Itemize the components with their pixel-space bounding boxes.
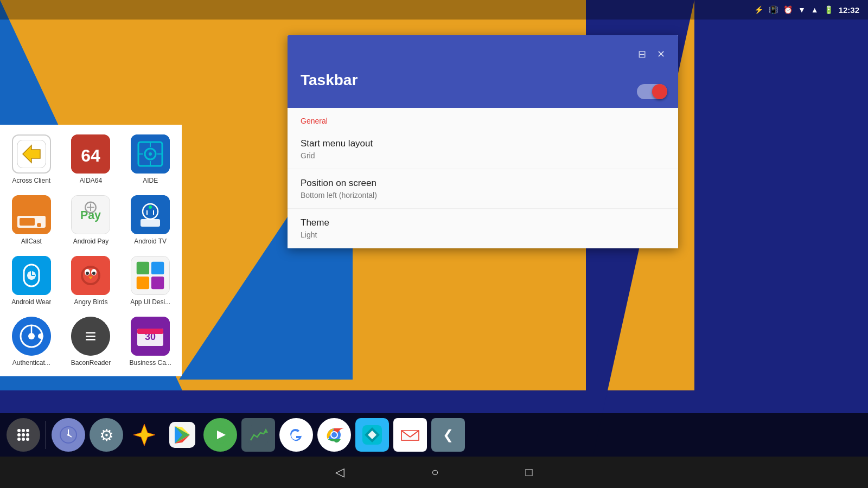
setting-subtitle-start-menu: Grid <box>301 151 665 160</box>
app-icon-auth <box>12 317 51 356</box>
app-label-angry-birds: Angry Birds <box>74 298 107 306</box>
app-icon-baconreader: ≡ <box>71 317 110 356</box>
setting-start-menu-layout[interactable]: Start menu layout Grid <box>288 130 678 169</box>
dock-divider-1 <box>46 421 46 449</box>
app-label-android-pay: Android Pay <box>73 237 108 245</box>
svg-marker-70 <box>133 424 155 446</box>
svg-point-61 <box>26 433 29 436</box>
taskbar-panel: Taskbar ⊟ ✕ General Start menu layout Gr… <box>288 35 678 248</box>
svg-rect-42 <box>151 262 164 274</box>
app-item-auth[interactable]: Authenticat... <box>3 312 60 371</box>
bluetooth-icon: ⚡ <box>754 5 763 14</box>
nav-back[interactable]: ◁ <box>335 465 344 479</box>
taskbar-toggle[interactable] <box>637 84 667 99</box>
wifi-icon: ▼ <box>798 5 806 14</box>
battery-icon: 🔋 <box>824 5 833 14</box>
app-item-aida64[interactable]: 64 AIDA64 <box>62 130 120 189</box>
dock-skitch[interactable] <box>355 418 389 452</box>
taskbar-title: Taskbar <box>301 72 636 89</box>
dock-back-arrow[interactable]: ❮ <box>431 418 465 452</box>
svg-point-64 <box>26 438 29 441</box>
svg-point-69 <box>67 434 69 436</box>
app-icon-allcast <box>12 195 51 234</box>
dock-gmail[interactable] <box>393 418 427 452</box>
dock-pushbullet[interactable] <box>203 418 237 452</box>
svg-point-58 <box>26 429 29 432</box>
app-label-across-client: Across Client <box>12 177 50 184</box>
status-bar: ⚡ 📳 ⏰ ▼ ▲ 🔋 12:32 <box>0 0 868 20</box>
svg-point-48 <box>38 333 43 339</box>
svg-point-23 <box>149 206 152 209</box>
svg-point-7 <box>149 152 152 156</box>
svg-point-60 <box>22 433 25 436</box>
app-icon-aide <box>131 134 170 174</box>
svg-point-15 <box>37 223 41 227</box>
app-item-android-wear[interactable]: Android Wear <box>3 252 60 310</box>
dock-clock[interactable] <box>52 418 85 452</box>
setting-title-theme: Theme <box>301 217 665 228</box>
dock-play-store[interactable] <box>165 418 199 452</box>
taskbar-content: General Start menu layout Grid Position … <box>288 108 678 248</box>
app-item-across-client[interactable]: Across Client <box>3 130 60 189</box>
dock-pinwheel[interactable] <box>127 418 161 452</box>
header-controls: ⊟ ✕ <box>636 44 667 99</box>
setting-subtitle-position: Bottom left (horizontal) <box>301 191 665 200</box>
app-label-business: Business Ca... <box>129 359 171 367</box>
svg-point-57 <box>22 429 25 432</box>
dock-stock[interactable] <box>241 418 275 452</box>
app-icon-android-wear <box>12 256 51 295</box>
dock-chrome[interactable] <box>317 418 351 452</box>
dock-settings[interactable]: ⚙ <box>90 418 123 452</box>
app-icon-android-pay: Pay <box>71 195 110 234</box>
taskbar-dock: ⚙ <box>0 413 868 457</box>
svg-rect-55 <box>137 329 163 334</box>
nav-bar: ◁ ○ □ <box>0 457 868 488</box>
dock-google[interactable] <box>279 418 313 452</box>
svg-point-37 <box>86 272 89 275</box>
app-item-app-ui[interactable]: App UI Desi... <box>122 252 179 310</box>
app-icon-aida64: 64 <box>71 134 110 174</box>
svg-rect-41 <box>137 262 149 274</box>
svg-rect-12 <box>12 195 51 234</box>
svg-rect-40 <box>131 256 169 294</box>
alarm-icon: ⏰ <box>783 5 793 14</box>
close-button[interactable]: ✕ <box>655 46 667 62</box>
setting-subtitle-theme: Light <box>301 230 665 239</box>
dock-apps-grid[interactable] <box>7 418 40 452</box>
nav-recents[interactable]: □ <box>526 465 533 479</box>
svg-rect-44 <box>151 277 164 289</box>
app-item-android-pay[interactable]: Pay Android Pay <box>62 191 120 249</box>
signal-icon: ▲ <box>811 5 819 14</box>
app-item-aide[interactable]: AIDE <box>122 130 179 189</box>
svg-rect-43 <box>137 277 149 289</box>
header-btn-row: ⊟ ✕ <box>636 46 667 62</box>
status-time: 12:32 <box>839 5 859 15</box>
app-label-baconreader: BaconReader <box>71 359 111 367</box>
setting-title-start-menu: Start menu layout <box>301 138 665 149</box>
setting-position-on-screen[interactable]: Position on screen Bottom left (horizont… <box>288 169 678 209</box>
app-item-business[interactable]: 30 Business Ca... <box>122 312 179 371</box>
svg-text:≡: ≡ <box>85 325 97 347</box>
taskbar-header: Taskbar ⊟ ✕ <box>288 35 678 108</box>
app-item-angry-birds[interactable]: Angry Birds <box>62 252 120 310</box>
svg-text:64: 64 <box>81 146 101 165</box>
app-label-auth: Authenticat... <box>12 359 50 367</box>
app-label-aida64: AIDA64 <box>80 177 102 184</box>
app-icon-app-ui <box>131 256 170 295</box>
nav-home[interactable]: ○ <box>431 465 438 479</box>
setting-title-position: Position on screen <box>301 178 665 189</box>
svg-point-62 <box>17 438 21 441</box>
minimize-button[interactable]: ⊟ <box>636 46 648 62</box>
app-item-baconreader[interactable]: ≡ BaconReader <box>62 312 120 371</box>
svg-point-56 <box>17 429 21 432</box>
app-label-android-tv: Android TV <box>134 237 167 245</box>
svg-rect-21 <box>131 195 170 234</box>
app-icon-angry-birds <box>71 256 110 295</box>
svg-rect-26 <box>141 219 160 227</box>
app-item-allcast[interactable]: AllCast <box>3 191 60 249</box>
app-item-android-tv[interactable]: Android TV <box>122 191 179 249</box>
app-label-app-ui: App UI Desi... <box>130 298 170 306</box>
svg-point-59 <box>17 433 21 436</box>
vibrate-icon: 📳 <box>769 5 778 14</box>
setting-theme[interactable]: Theme Light <box>288 209 678 248</box>
